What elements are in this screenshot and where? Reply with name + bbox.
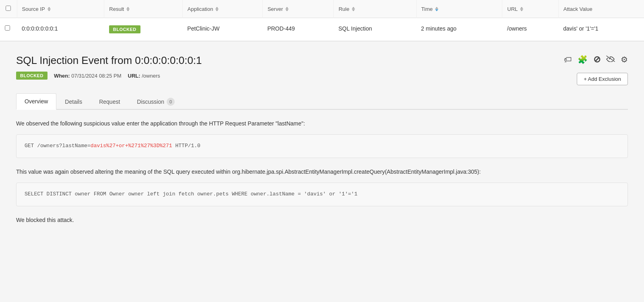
tag-icon[interactable]: 🏷	[564, 55, 572, 64]
sort-up-icon	[520, 7, 523, 9]
detail-title: SQL Injection Event from 0:0:0:0:0:0:0:1	[16, 54, 202, 67]
source-ip-sort[interactable]	[47, 7, 51, 11]
attack-value-header[interactable]: Attack Value	[558, 0, 644, 18]
row-application: PetClinic-JW	[182, 18, 262, 41]
when-value: 07/31/2024 08:25 PM	[71, 73, 121, 79]
result-sort[interactable]	[126, 7, 130, 11]
events-table-section: Source IP Result	[0, 0, 644, 41]
server-label: Server	[268, 6, 283, 12]
detail-meta: BLOCKED When: 07/31/2024 08:25 PM URL: /…	[16, 72, 202, 80]
rule-label: Rule	[339, 6, 349, 12]
tab-discussion-label: Discussion	[137, 99, 164, 105]
sort-up-icon	[126, 7, 130, 9]
tab-request-label: Request	[99, 99, 120, 105]
detail-when: When: 07/31/2024 08:25 PM	[54, 73, 122, 79]
time-sort[interactable]	[435, 7, 438, 11]
sort-down-icon	[126, 9, 130, 11]
tab-details-label: Details	[65, 99, 82, 105]
sort-up-icon	[352, 7, 355, 9]
code-highlight: davis%27+or+%271%27%3D%271	[91, 143, 172, 149]
blocked-badge: BLOCKED	[109, 25, 140, 33]
result-label: Result	[109, 6, 124, 12]
table-wrapper: Source IP Result	[0, 0, 644, 41]
sort-down-icon	[285, 9, 289, 11]
sort-down-icon	[47, 9, 51, 11]
result-header[interactable]: Result	[104, 0, 183, 18]
tab-discussion[interactable]: Discussion 0	[128, 93, 183, 110]
row-time: 2 minutes ago	[416, 18, 502, 41]
detail-left: SQL Injection Event from 0:0:0:0:0:0:0:1…	[16, 54, 202, 80]
block-icon[interactable]: ⊘	[593, 54, 601, 65]
url-value: /owners	[142, 73, 160, 79]
checkbox-header[interactable]	[0, 0, 17, 18]
body-text-2: We blocked this attack.	[16, 216, 628, 224]
rule-sort[interactable]	[352, 7, 355, 11]
row-checkbox-cell[interactable]	[0, 18, 17, 41]
sort-up-icon	[47, 7, 51, 9]
tab-overview-label: Overview	[25, 98, 48, 105]
row-checkbox[interactable]	[5, 25, 10, 31]
when-label: When:	[54, 73, 70, 79]
tab-overview[interactable]: Overview	[16, 93, 56, 110]
url-label: URL:	[128, 73, 140, 79]
source-ip-label: Source IP	[22, 6, 45, 12]
detail-right: 🏷 🧩 ⊘ ⚙ + Add Exclusion	[564, 54, 628, 85]
detail-url: URL: /owners	[128, 73, 160, 79]
application-sort[interactable]	[215, 7, 219, 11]
hide-icon[interactable]	[606, 55, 615, 64]
source-ip-header[interactable]: Source IP	[17, 0, 104, 18]
overview-content: We observed the following suspicious val…	[16, 119, 628, 224]
sql-query-block: SELECT DISTINCT owner FROM Owner owner l…	[16, 183, 628, 206]
sort-down-icon	[435, 9, 438, 11]
select-all-checkbox[interactable]	[6, 6, 11, 11]
gear-icon[interactable]: ⚙	[621, 55, 628, 64]
detail-status-badge: BLOCKED	[16, 72, 47, 80]
body-text-1: This value was again observed altering t…	[16, 168, 628, 176]
sql-code: SELECT DISTINCT owner FROM Owner owner l…	[25, 191, 357, 197]
body-text-1-block: This value was again observed altering t…	[16, 168, 628, 176]
server-sort[interactable]	[285, 7, 289, 11]
application-label: Application	[188, 6, 213, 12]
server-header[interactable]: Server	[262, 0, 334, 18]
detail-header: SQL Injection Event from 0:0:0:0:0:0:0:1…	[16, 54, 628, 85]
sort-down-icon	[520, 9, 523, 11]
code-suffix: HTTP/1.0	[172, 143, 200, 149]
tabs-nav: Overview Details Request Discussion 0	[16, 93, 628, 110]
action-icons: 🏷 🧩 ⊘ ⚙	[564, 54, 628, 65]
tab-request[interactable]: Request	[91, 93, 128, 110]
row-url: /owners	[502, 18, 558, 41]
rule-header[interactable]: Rule	[334, 0, 416, 18]
url-header[interactable]: URL	[502, 0, 558, 18]
row-result: BLOCKED	[104, 18, 183, 41]
url-sort[interactable]	[520, 7, 523, 11]
code-prefix: GET /owners?lastName=	[25, 143, 91, 149]
row-server: PROD-449	[262, 18, 334, 41]
sort-up-icon	[435, 7, 438, 9]
row-source-ip: 0:0:0:0:0:0:0:1	[17, 18, 104, 41]
time-header[interactable]: Time	[416, 0, 502, 18]
application-header[interactable]: Application	[182, 0, 262, 18]
events-table: Source IP Result	[0, 0, 644, 41]
add-exclusion-button[interactable]: + Add Exclusion	[577, 73, 628, 85]
sort-up-icon	[285, 7, 289, 9]
url-label: URL	[507, 6, 518, 12]
attack-value-label: Attack Value	[564, 6, 592, 12]
time-label: Time	[421, 6, 433, 12]
puzzle-icon[interactable]: 🧩	[578, 55, 588, 64]
discussion-badge: 0	[167, 98, 175, 106]
table-row[interactable]: 0:0:0:0:0:0:0:1 BLOCKED PetClinic-JW PRO…	[0, 18, 644, 41]
row-attack-value: davis' or '1'='1	[558, 18, 644, 41]
sort-up-icon	[215, 7, 219, 9]
overview-intro: We observed the following suspicious val…	[16, 119, 628, 128]
sort-down-icon	[352, 9, 355, 11]
tab-details[interactable]: Details	[56, 93, 91, 110]
row-rule: SQL Injection	[334, 18, 416, 41]
detail-section: SQL Injection Event from 0:0:0:0:0:0:0:1…	[0, 41, 644, 240]
http-request-block: GET /owners?lastName=davis%27+or+%271%27…	[16, 134, 628, 158]
sort-down-icon	[215, 9, 219, 11]
